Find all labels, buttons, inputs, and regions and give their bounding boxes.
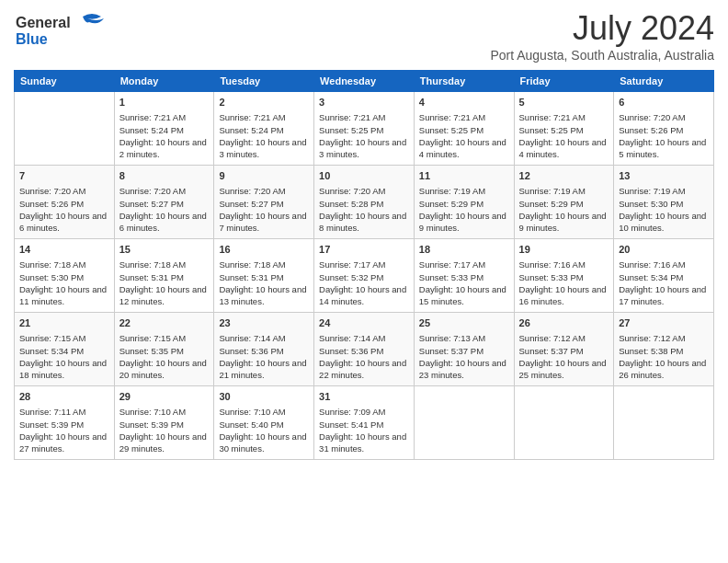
sunrise: Sunrise: 7:20 AM	[619, 112, 685, 122]
sunset: Sunset: 5:35 PM	[119, 346, 184, 356]
calendar-cell: 10Sunrise: 7:20 AMSunset: 5:28 PMDayligh…	[314, 166, 415, 239]
daylight: Daylight: 10 hours and 7 minutes.	[219, 211, 306, 233]
sunrise: Sunrise: 7:17 AM	[319, 259, 385, 270]
day-number: 27	[619, 316, 709, 330]
sunset: Sunset: 5:31 PM	[119, 272, 184, 282]
day-number: 24	[319, 316, 409, 330]
calendar-cell: 14Sunrise: 7:18 AMSunset: 5:30 PMDayligh…	[15, 239, 115, 313]
sunset: Sunset: 5:27 PM	[119, 199, 184, 209]
sunset: Sunset: 5:38 PM	[619, 346, 683, 356]
sunrise: Sunrise: 7:16 AM	[619, 259, 685, 270]
sunrise: Sunrise: 7:21 AM	[119, 112, 186, 122]
sunrise: Sunrise: 7:20 AM	[19, 186, 85, 196]
sunrise: Sunrise: 7:09 AM	[319, 407, 385, 417]
sunset: Sunset: 5:36 PM	[319, 346, 383, 356]
calendar-cell: 13Sunrise: 7:19 AMSunset: 5:30 PMDayligh…	[614, 166, 714, 239]
daylight: Daylight: 10 hours and 6 minutes.	[119, 211, 207, 233]
sunrise: Sunrise: 7:18 AM	[219, 259, 285, 270]
daylight: Daylight: 10 hours and 9 minutes.	[419, 211, 506, 233]
sunrise: Sunrise: 7:15 AM	[119, 333, 186, 343]
svg-text:Blue: Blue	[16, 31, 48, 47]
daylight: Daylight: 10 hours and 11 minutes.	[19, 284, 107, 306]
sunrise: Sunrise: 7:17 AM	[419, 259, 485, 270]
day-number: 30	[219, 390, 309, 404]
sunrise: Sunrise: 7:11 AM	[19, 407, 85, 417]
day-number: 15	[119, 243, 210, 257]
sunrise: Sunrise: 7:19 AM	[519, 186, 586, 196]
calendar-cell: 12Sunrise: 7:19 AMSunset: 5:29 PMDayligh…	[514, 166, 614, 239]
day-number: 4	[419, 96, 509, 109]
calendar-cell: 29Sunrise: 7:10 AMSunset: 5:39 PMDayligh…	[114, 386, 214, 460]
sunset: Sunset: 5:27 PM	[219, 199, 283, 209]
daylight: Daylight: 10 hours and 27 minutes.	[19, 431, 107, 454]
day-number: 19	[519, 243, 609, 257]
daylight: Daylight: 10 hours and 20 minutes.	[119, 358, 207, 380]
calendar-cell: 3Sunrise: 7:21 AMSunset: 5:25 PMDaylight…	[314, 92, 415, 166]
sunset: Sunset: 5:25 PM	[519, 125, 584, 135]
sunrise: Sunrise: 7:12 AM	[619, 333, 685, 343]
sunset: Sunset: 5:26 PM	[619, 125, 683, 135]
day-number: 31	[319, 390, 409, 404]
calendar-cell: 6Sunrise: 7:20 AMSunset: 5:26 PMDaylight…	[614, 92, 714, 166]
daylight: Daylight: 10 hours and 6 minutes.	[19, 211, 107, 233]
title-area: July 2024 Port Augusta, South Australia,…	[490, 9, 714, 63]
day-number: 9	[219, 169, 309, 183]
day-number: 13	[619, 169, 709, 183]
column-header-sunday: Sunday	[15, 71, 115, 92]
daylight: Daylight: 10 hours and 30 minutes.	[219, 431, 306, 454]
day-number: 8	[119, 169, 210, 183]
calendar-cell: 15Sunrise: 7:18 AMSunset: 5:31 PMDayligh…	[114, 239, 214, 313]
calendar-cell: 26Sunrise: 7:12 AMSunset: 5:37 PMDayligh…	[514, 313, 614, 386]
day-number: 1	[119, 96, 210, 109]
column-header-friday: Friday	[514, 71, 614, 92]
calendar-cell: 21Sunrise: 7:15 AMSunset: 5:34 PMDayligh…	[15, 313, 115, 386]
sunrise: Sunrise: 7:21 AM	[319, 112, 385, 122]
calendar-cell: 31Sunrise: 7:09 AMSunset: 5:41 PMDayligh…	[314, 386, 415, 460]
daylight: Daylight: 10 hours and 22 minutes.	[319, 358, 406, 380]
sunrise: Sunrise: 7:18 AM	[119, 259, 186, 270]
sunset: Sunset: 5:33 PM	[419, 272, 483, 282]
day-number: 7	[19, 169, 109, 183]
daylight: Daylight: 10 hours and 26 minutes.	[619, 358, 706, 380]
column-header-monday: Monday	[114, 71, 214, 92]
daylight: Daylight: 10 hours and 21 minutes.	[219, 358, 306, 380]
day-number: 11	[419, 169, 509, 183]
daylight: Daylight: 10 hours and 9 minutes.	[519, 211, 607, 233]
column-header-thursday: Thursday	[414, 71, 514, 92]
sunset: Sunset: 5:25 PM	[419, 125, 483, 135]
calendar-cell: 27Sunrise: 7:12 AMSunset: 5:38 PMDayligh…	[614, 313, 714, 386]
main-container: General Blue July 2024 Port Augusta, Sou…	[0, 0, 728, 469]
sunrise: Sunrise: 7:19 AM	[619, 186, 685, 196]
sunrise: Sunrise: 7:20 AM	[219, 186, 285, 196]
calendar-cell: 25Sunrise: 7:13 AMSunset: 5:37 PMDayligh…	[414, 313, 514, 386]
calendar-cell: 20Sunrise: 7:16 AMSunset: 5:34 PMDayligh…	[614, 239, 714, 313]
sunset: Sunset: 5:29 PM	[519, 199, 584, 209]
day-number: 29	[119, 390, 210, 404]
daylight: Daylight: 10 hours and 17 minutes.	[619, 284, 706, 306]
sunset: Sunset: 5:39 PM	[119, 419, 184, 430]
calendar-cell: 30Sunrise: 7:10 AMSunset: 5:40 PMDayligh…	[214, 386, 314, 460]
header: General Blue July 2024 Port Augusta, Sou…	[14, 9, 714, 63]
sunset: Sunset: 5:24 PM	[219, 125, 283, 135]
location: Port Augusta, South Australia, Australia	[490, 48, 714, 63]
column-header-wednesday: Wednesday	[314, 71, 415, 92]
column-header-saturday: Saturday	[614, 71, 714, 92]
calendar-cell: 9Sunrise: 7:20 AMSunset: 5:27 PMDaylight…	[214, 166, 314, 239]
sunset: Sunset: 5:39 PM	[19, 419, 84, 430]
day-number: 22	[119, 316, 210, 330]
day-number: 21	[19, 316, 109, 330]
sunrise: Sunrise: 7:18 AM	[19, 259, 85, 270]
sunset: Sunset: 5:33 PM	[519, 272, 584, 282]
daylight: Daylight: 10 hours and 4 minutes.	[419, 137, 506, 159]
daylight: Daylight: 10 hours and 4 minutes.	[519, 137, 607, 159]
sunrise: Sunrise: 7:12 AM	[519, 333, 586, 343]
calendar-table: SundayMondayTuesdayWednesdayThursdayFrid…	[14, 70, 714, 460]
sunset: Sunset: 5:34 PM	[619, 272, 683, 282]
sunrise: Sunrise: 7:21 AM	[219, 112, 285, 122]
daylight: Daylight: 10 hours and 31 minutes.	[319, 431, 406, 454]
calendar-cell: 1Sunrise: 7:21 AMSunset: 5:24 PMDaylight…	[114, 92, 214, 166]
calendar-cell	[414, 386, 514, 460]
daylight: Daylight: 10 hours and 3 minutes.	[319, 137, 406, 159]
sunset: Sunset: 5:25 PM	[319, 125, 383, 135]
calendar-cell: 2Sunrise: 7:21 AMSunset: 5:24 PMDaylight…	[214, 92, 314, 166]
